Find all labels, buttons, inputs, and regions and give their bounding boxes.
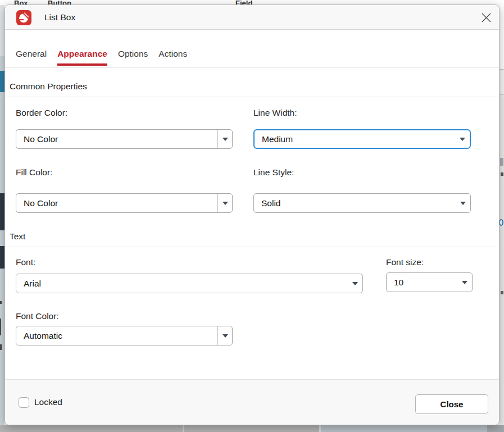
dialog-titlebar: List Box: [5, 5, 499, 30]
line-width-value: Medium: [255, 134, 455, 144]
chevron-down-icon: [223, 334, 228, 338]
font-dropdown-arrow[interactable]: [348, 274, 362, 293]
locked-label[interactable]: Locked: [34, 397, 62, 407]
screen: Box Button Field: [0, 0, 504, 432]
chevron-down-icon: [462, 281, 467, 284]
font-size-dropdown-arrow[interactable]: [457, 273, 472, 292]
divider: [5, 247, 499, 247]
chevron-down-icon: [223, 202, 228, 205]
line-width-dropdown[interactable]: Medium: [253, 129, 471, 149]
font-size-value: 10: [387, 278, 457, 288]
line-style-value: Solid: [254, 198, 456, 208]
background-left-dark-segment: [0, 246, 4, 269]
tab-appearance[interactable]: Appearance: [57, 49, 107, 67]
font-value: Arial: [16, 279, 348, 289]
border-color-dropdown-arrow[interactable]: [217, 130, 232, 148]
border-color-label: Border Color:: [16, 108, 67, 118]
background-left-fragment: [0, 344, 2, 350]
close-icon[interactable]: [478, 9, 494, 26]
fill-color-value: No Color: [16, 198, 217, 208]
background-bottom-segment: [321, 425, 504, 432]
locked-checkbox[interactable]: [19, 397, 29, 408]
background-bottom-line: [183, 425, 184, 432]
border-color-dropdown[interactable]: No Color: [16, 129, 233, 149]
background-right-fragment: [500, 158, 503, 166]
font-dropdown[interactable]: Arial: [16, 274, 363, 293]
tab-options[interactable]: Options: [118, 49, 148, 67]
background-left-segment: [0, 5, 4, 56]
font-label: Font:: [16, 257, 35, 267]
fill-color-dropdown[interactable]: No Color: [16, 193, 233, 213]
background-left-fragment: [0, 319, 1, 335]
font-size-dropdown[interactable]: 10: [386, 272, 473, 292]
chevron-down-icon: [460, 138, 465, 141]
background-left-fragment: [0, 301, 2, 304]
tab-list: General Appearance Options Actions: [16, 49, 187, 67]
divider: [5, 97, 499, 97]
border-color-value: No Color: [16, 134, 217, 144]
background-right-fragment: [501, 172, 503, 176]
fill-color-label: Fill Color:: [16, 167, 52, 178]
background-left-dark-segment: [0, 193, 4, 230]
line-style-dropdown[interactable]: Solid: [253, 193, 471, 213]
chevron-down-icon: [352, 282, 358, 285]
font-color-value: Automatic: [16, 331, 217, 341]
dialog-title: List Box: [44, 5, 75, 29]
background-bottom-line: [319, 425, 321, 432]
background-right-segment: [500, 70, 504, 95]
background-left-edge: [0, 5, 4, 432]
background-right-segment: [500, 5, 504, 70]
background-right-fragment: [501, 291, 503, 294]
fill-color-dropdown-arrow[interactable]: [217, 194, 232, 212]
background-right-edge: [500, 5, 504, 432]
dialog-tabbar: General Appearance Options Actions: [5, 30, 499, 68]
font-color-dropdown-arrow[interactable]: [217, 326, 232, 345]
line-style-dropdown-arrow[interactable]: [456, 194, 470, 212]
tab-general[interactable]: General: [16, 49, 47, 67]
chevron-down-icon: [223, 138, 228, 141]
background-bottom-strip: [0, 425, 504, 432]
line-style-label: Line Style:: [253, 167, 294, 178]
dialog-footer: Locked Close: [5, 379, 499, 425]
font-color-dropdown[interactable]: Automatic: [16, 326, 233, 345]
app-logo-icon: [16, 10, 31, 25]
section-text: Text: [10, 231, 25, 242]
section-common-properties: Common Properties: [10, 81, 87, 92]
chevron-down-icon: [460, 202, 466, 205]
list-box-properties-dialog: List Box General Appearance Options Acti…: [4, 4, 500, 425]
tab-actions[interactable]: Actions: [158, 49, 187, 67]
background-left-blue-segment: [0, 71, 4, 92]
line-width-label: Line Width:: [253, 108, 297, 118]
background-right-fragment: [499, 219, 503, 226]
line-width-dropdown-arrow[interactable]: [455, 130, 470, 148]
font-color-label: Font Color:: [16, 311, 59, 321]
background-bottom-segment: [487, 425, 504, 432]
close-button[interactable]: Close: [415, 394, 488, 414]
font-size-label: Font size:: [386, 257, 424, 267]
